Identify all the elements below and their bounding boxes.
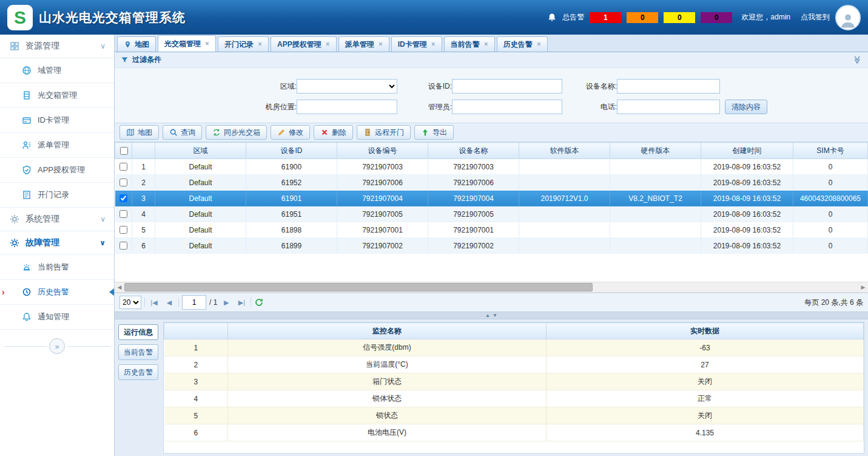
- cell-sim: 0: [793, 238, 868, 254]
- page-size-select[interactable]: 20: [119, 296, 141, 309]
- close-icon[interactable]: ×: [537, 40, 541, 49]
- table-row[interactable]: 5 Default 61898 7921907001 7921907001 20…: [115, 222, 868, 238]
- scroll-left-icon[interactable]: ◀: [115, 284, 124, 290]
- col-device-no[interactable]: 设备编号: [337, 143, 428, 159]
- first-page-button[interactable]: |◀: [148, 296, 160, 309]
- row-checkbox[interactable]: [119, 179, 127, 186]
- row-checkbox[interactable]: [119, 194, 127, 202]
- monitor-num-header: [164, 323, 228, 339]
- scroll-right-icon[interactable]: ▶: [858, 284, 868, 290]
- table-row[interactable]: 2 Default 61952 7921907006 7921907006 20…: [115, 175, 868, 191]
- tab-current-alarm[interactable]: 当前告警 ×: [444, 36, 495, 52]
- monitor-name-header[interactable]: 监控名称: [228, 323, 547, 339]
- refresh-icon[interactable]: [254, 298, 264, 307]
- horizontal-scrollbar[interactable]: ◀ ▶: [115, 282, 868, 293]
- sidebar-group-resource[interactable]: 资源管理 ∨: [0, 35, 114, 58]
- table-row-selected[interactable]: 3 Default 61901 7921907004 7921907004 20…: [115, 191, 868, 206]
- sidebar-item-history-alarm[interactable]: › 历史告警: [0, 280, 114, 305]
- close-icon[interactable]: ×: [258, 40, 262, 49]
- sidebar-group-system[interactable]: 系统管理 ∨: [0, 208, 114, 231]
- sidebar-item-idcard[interactable]: ID卡管理: [0, 108, 114, 133]
- device-id-input[interactable]: [452, 79, 562, 94]
- alarm-count-minor[interactable]: 0: [664, 12, 695, 23]
- alarm-count-warning[interactable]: 0: [701, 12, 732, 23]
- sidebar-item-app-auth[interactable]: APP授权管理: [0, 158, 114, 183]
- select-all-checkbox[interactable]: [120, 147, 128, 155]
- delete-button[interactable]: 删除: [314, 125, 353, 140]
- col-hw-version[interactable]: 硬件版本: [610, 143, 701, 159]
- export-button[interactable]: 导出: [414, 125, 454, 140]
- sidebar-item-domain[interactable]: 域管理: [0, 58, 114, 83]
- monitor-row[interactable]: 6 电池电压(V) 4.135: [164, 424, 864, 441]
- sidebar-item-notify[interactable]: 通知管理: [0, 305, 114, 330]
- alarm-count-critical[interactable]: 1: [590, 12, 621, 23]
- tab-map[interactable]: 地图: [117, 36, 156, 52]
- close-icon[interactable]: ×: [431, 40, 436, 49]
- cell-monitor-value: -63: [547, 339, 864, 356]
- sidebar-group-fault[interactable]: 故障管理 ∨: [0, 231, 114, 255]
- clear-button[interactable]: 清除内容: [725, 100, 767, 114]
- col-device-name[interactable]: 设备名称: [428, 143, 519, 159]
- monitor-row[interactable]: 2 当前温度(°C) 27: [164, 356, 864, 373]
- close-icon[interactable]: ×: [484, 40, 488, 49]
- tab-dispatch[interactable]: 派单管理 ×: [338, 36, 389, 52]
- tab-idcard[interactable]: ID卡管理 ×: [391, 36, 442, 52]
- col-sim[interactable]: SIM卡号: [793, 143, 868, 159]
- table-row[interactable]: 6 Default 61899 7921907002 7921907002 20…: [115, 238, 868, 254]
- prev-page-button[interactable]: ◀: [163, 296, 175, 309]
- last-page-button[interactable]: ▶|: [235, 296, 247, 309]
- close-icon[interactable]: ×: [326, 40, 330, 49]
- room-location-input[interactable]: [297, 100, 397, 114]
- table-row[interactable]: 4 Default 61951 7921907005 7921907005 20…: [115, 206, 868, 222]
- col-device-id[interactable]: 设备ID: [246, 143, 337, 159]
- row-checkbox[interactable]: [119, 210, 127, 218]
- monitor-row[interactable]: 3 箱门状态 关闭: [164, 373, 864, 390]
- collapse-double-chevron-icon[interactable]: ≫: [853, 56, 863, 64]
- checkin-link[interactable]: 点我签到: [801, 12, 830, 22]
- cell-num: 6: [132, 238, 155, 254]
- col-sw-version[interactable]: 软件版本: [519, 143, 610, 159]
- alarm-count-major[interactable]: 0: [627, 12, 658, 23]
- map-button[interactable]: 地图: [119, 125, 159, 140]
- row-checkbox[interactable]: [119, 242, 127, 250]
- tab-app-auth[interactable]: APP授权管理 ×: [271, 36, 337, 52]
- sidebar-collapse-button[interactable]: »: [49, 338, 65, 354]
- manager-input[interactable]: [452, 100, 562, 114]
- col-created[interactable]: 创建时间: [701, 143, 793, 159]
- row-checkbox[interactable]: [119, 226, 127, 234]
- close-icon[interactable]: ×: [205, 39, 209, 48]
- avatar[interactable]: [835, 5, 861, 30]
- next-page-button[interactable]: ▶: [220, 296, 232, 309]
- monitor-row[interactable]: 5 锁状态 关闭: [164, 407, 864, 424]
- phone-input[interactable]: [617, 100, 720, 114]
- sidebar-item-door-log[interactable]: 开门记录: [0, 183, 114, 208]
- close-icon[interactable]: ×: [378, 40, 383, 49]
- door-icon: [363, 128, 372, 137]
- bottom-tab-runtime[interactable]: 运行信息: [118, 324, 158, 340]
- row-checkbox[interactable]: [119, 163, 127, 171]
- bottom-tab-current-alarm[interactable]: 当前告警: [118, 344, 158, 360]
- region-select[interactable]: [297, 79, 397, 94]
- sidebar-item-cabinet[interactable]: 光交箱管理: [0, 83, 114, 108]
- remote-open-button[interactable]: 远程开门: [357, 125, 411, 140]
- bottom-tab-history-alarm[interactable]: 历史告警: [118, 364, 158, 380]
- scrollbar-thumb[interactable]: [124, 283, 593, 291]
- monitor-row[interactable]: 1 信号强度(dbm) -63: [164, 339, 864, 356]
- sidebar-item-current-alarm[interactable]: 当前告警: [0, 255, 114, 280]
- monitor-value-header[interactable]: 实时数据: [547, 323, 864, 339]
- sync-button[interactable]: 同步光交箱: [206, 125, 267, 140]
- edit-button[interactable]: 修改: [271, 125, 310, 140]
- tab-cabinet-mgmt[interactable]: 光交箱管理 ×: [158, 35, 216, 52]
- page-number-input[interactable]: [182, 295, 206, 310]
- tab-history-alarm[interactable]: 历史告警 ×: [497, 36, 548, 52]
- table-row[interactable]: 1 Default 61900 7921907003 7921907003 20…: [115, 159, 868, 175]
- sidebar-item-dispatch[interactable]: 派单管理: [0, 133, 114, 158]
- panel-splitter[interactable]: ▲ ▼: [115, 311, 868, 319]
- device-name-input[interactable]: [617, 79, 720, 94]
- tab-door-log[interactable]: 开门记录 ×: [218, 36, 269, 52]
- splitter-up-icon[interactable]: ▲: [485, 313, 490, 318]
- splitter-down-icon[interactable]: ▼: [493, 313, 497, 318]
- monitor-row[interactable]: 4 锁体状态 正常: [164, 390, 864, 407]
- col-region[interactable]: 区域: [155, 143, 246, 159]
- search-button[interactable]: 查询: [163, 125, 202, 140]
